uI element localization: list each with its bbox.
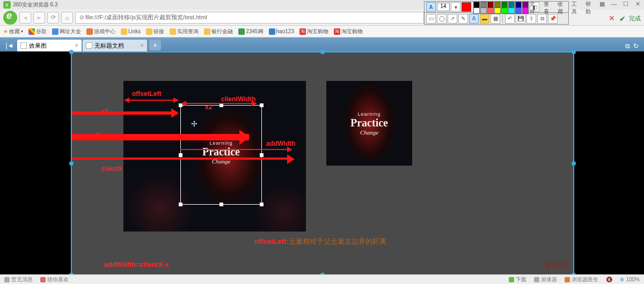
- selected-color-swatch[interactable]: [462, 2, 471, 12]
- page-icon: [20, 42, 27, 49]
- crop-handle[interactable]: [260, 203, 264, 206]
- page-scheme-icon: ⊘: [78, 14, 85, 21]
- swatch[interactable]: [473, 8, 480, 14]
- bookmark-item[interactable]: 网址大全: [52, 28, 81, 35]
- ellipse-tool-icon[interactable]: ◯: [437, 14, 447, 24]
- bookmark-item[interactable]: 淘淘宝购物: [334, 28, 363, 35]
- browser-logo-icon: e: [3, 1, 11, 9]
- bookmark-item[interactable]: 游戏中心: [86, 28, 115, 35]
- menu-fav[interactable]: 收藏: [556, 1, 565, 16]
- caption-offsetleft: offsetLeft:元素相对于父元素左边界的距离: [254, 237, 386, 246]
- favorites-button[interactable]: ★收藏▾: [3, 28, 23, 35]
- bookmark-item[interactable]: 2345网: [238, 28, 263, 35]
- separator: [502, 14, 503, 23]
- status-messages[interactable]: 暂无消息: [4, 276, 33, 283]
- bookmark-item[interactable]: 谷歌: [28, 28, 47, 35]
- text-tool-icon[interactable]: A: [469, 14, 479, 24]
- label-offsetleft: offsetLeft: [132, 90, 162, 98]
- crop-handle[interactable]: [219, 103, 223, 107]
- home-button[interactable]: ⌂: [61, 12, 73, 24]
- swatch[interactable]: [487, 8, 494, 14]
- undo-icon[interactable]: ↶: [505, 14, 515, 24]
- letterbox-right: [575, 51, 644, 275]
- confirm-annotation-icon[interactable]: ✔: [619, 14, 627, 22]
- tab-close-icon[interactable]: ×: [140, 42, 144, 49]
- bookmark-folder[interactable]: 链接: [146, 28, 164, 35]
- maximize-icon[interactable]: ☐: [621, 1, 630, 16]
- screenshot-selection[interactable]: Learning Practice Change ✢ Learning Prac…: [71, 51, 574, 275]
- arrow-offsetleft-right: [151, 100, 177, 101]
- label-addwidth: addWidth: [266, 140, 296, 147]
- status-mute-icon[interactable]: 🔇: [606, 276, 612, 282]
- color-palette[interactable]: [473, 2, 529, 13]
- bookmark-item[interactable]: hao123: [269, 28, 294, 35]
- bookmark-folder[interactable]: 银行金融: [204, 28, 233, 35]
- letterbox-left: [0, 51, 71, 275]
- status-download[interactable]: 下载: [509, 276, 526, 283]
- font-size-dropdown-icon[interactable]: ▾: [451, 2, 460, 12]
- bookmark-item[interactable]: 淘淘宝购物: [299, 28, 328, 35]
- bell-icon: [4, 277, 10, 282]
- arrow-offsetleft-left: [126, 100, 151, 101]
- game-icon: [86, 28, 93, 35]
- crop-handle[interactable]: [260, 103, 264, 107]
- swatch[interactable]: [501, 8, 508, 14]
- done-label[interactable]: 完成: [629, 14, 641, 23]
- menu-tools[interactable]: 工具: [570, 1, 579, 16]
- reload-button[interactable]: ⟳: [47, 12, 59, 24]
- swatch[interactable]: [508, 8, 515, 14]
- selection-handle[interactable]: [320, 50, 325, 54]
- status-accel[interactable]: 加速器: [534, 276, 557, 283]
- restore-tab-icon[interactable]: ↻: [633, 42, 639, 50]
- menu-view[interactable]: 查看: [542, 1, 551, 16]
- highlight-tool-icon[interactable]: ▬: [480, 14, 489, 24]
- close-icon[interactable]: ✕: [633, 1, 642, 16]
- status-bar: 暂无消息 猜你喜欢 下载 加速器 浏览器医生 🔇 ⊕100%: [0, 274, 644, 284]
- heart-icon: [40, 277, 46, 282]
- status-zoom[interactable]: ⊕100%: [620, 276, 640, 282]
- window-controls: 文件 查看 收藏 工具 帮助 ▦ — ☐ ✕: [528, 1, 642, 16]
- status-suggest[interactable]: 猜你喜欢: [40, 276, 69, 283]
- clone-tab-icon[interactable]: ⧉: [625, 42, 630, 50]
- crop-handle[interactable]: [219, 203, 223, 206]
- arrow-x1: [72, 111, 177, 115]
- tab-list-icon[interactable]: |◄: [3, 40, 16, 51]
- selection-handle[interactable]: [572, 161, 576, 166]
- tab-inactive[interactable]: 无标题文档 ×: [83, 40, 147, 51]
- new-tab-button[interactable]: +: [149, 40, 161, 50]
- folder-icon: [146, 28, 152, 35]
- crop-handle[interactable]: [179, 203, 182, 206]
- status-doctor[interactable]: 浏览器医生: [565, 276, 598, 283]
- minimize-icon[interactable]: —: [610, 1, 618, 16]
- tab-close-icon[interactable]: ×: [75, 42, 78, 49]
- move-cursor-icon: ✢: [191, 119, 197, 128]
- formula-text: addWidth=clientX-x: [104, 260, 169, 268]
- forward-button[interactable]: ►: [33, 12, 45, 24]
- browser-logo-big-icon[interactable]: [3, 11, 17, 25]
- menu-overflow-icon[interactable]: ▦: [598, 1, 606, 16]
- bookmark-folder[interactable]: Links: [121, 28, 141, 35]
- bookmark-folder[interactable]: 实用查询: [170, 28, 199, 35]
- arrow-x: [72, 134, 249, 140]
- menu-file[interactable]: 文件: [528, 1, 537, 16]
- blur-tool-icon[interactable]: ▦: [491, 14, 500, 24]
- menu-help[interactable]: 帮助: [584, 1, 592, 16]
- arrow-tool-icon[interactable]: ↗: [448, 14, 457, 24]
- swatch[interactable]: [515, 8, 522, 14]
- selection-handle[interactable]: [69, 50, 74, 54]
- selection-handle[interactable]: [69, 161, 74, 166]
- url-field[interactable]: ⊘ file:///F:/桌面转移/js实现图片裁剪预览/test.html: [75, 12, 424, 24]
- text-tool-button[interactable]: A: [426, 2, 436, 12]
- taobao-icon: 淘: [299, 28, 306, 35]
- swatch[interactable]: [480, 8, 487, 14]
- brush-tool-icon[interactable]: ✎: [458, 14, 468, 24]
- back-button[interactable]: ◄: [19, 12, 31, 24]
- doctor-icon: [565, 277, 570, 282]
- tab-label: 效果图: [29, 42, 47, 50]
- swatch[interactable]: [494, 8, 501, 14]
- selection-handle[interactable]: [572, 50, 576, 54]
- font-size-input[interactable]: 14: [437, 3, 450, 11]
- cancel-annotation-icon[interactable]: ✕: [609, 14, 615, 23]
- save-icon[interactable]: 💾: [516, 14, 525, 24]
- rect-tool-icon[interactable]: ▭: [426, 14, 436, 24]
